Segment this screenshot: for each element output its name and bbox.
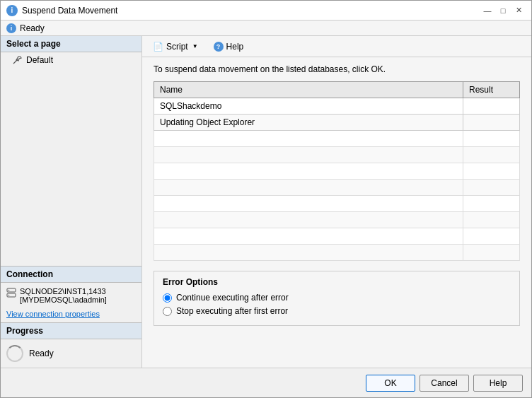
table-cell-name: Updating Object Explorer (154, 115, 463, 131)
radio-input-stop[interactable] (163, 307, 172, 316)
table-row-empty (154, 228, 520, 245)
script-label: Script (166, 42, 188, 52)
window-controls: — □ ✕ (480, 4, 526, 17)
radio-option-stop[interactable]: Stop executing after first error (163, 306, 511, 316)
main-window: i Suspend Data Movement — □ ✕ i Ready Se… (0, 0, 532, 398)
server-icon (6, 288, 16, 299)
script-dropdown-arrow: ▼ (192, 43, 198, 49)
wrench-icon (12, 55, 22, 65)
script-button[interactable]: 📄 Script ▼ (148, 40, 203, 54)
table-row-empty (154, 196, 520, 212)
radio-label-stop: Stop executing after first error (176, 306, 288, 316)
sidebar: Select a page Default Connection (1, 36, 142, 368)
radio-label-continue: Continue executing after error (176, 293, 289, 303)
help-footer-button[interactable]: Help (473, 375, 523, 392)
table-cell-name: SQLShackdemo (154, 98, 463, 115)
main-layout: Select a page Default Connection (1, 36, 531, 368)
table-cell-result (463, 98, 520, 115)
connection-server: SQLNODE2\INST1,1433 (20, 287, 106, 295)
table-row-empty (154, 245, 520, 261)
sidebar-spacer (1, 68, 141, 266)
error-options-title: Error Options (163, 277, 511, 287)
col-result-header: Result (463, 82, 520, 98)
help-button[interactable]: ? Help (209, 40, 249, 54)
connection-header: Connection (1, 266, 141, 283)
table-row: SQLShackdemo (154, 98, 520, 115)
close-button[interactable]: ✕ (511, 4, 526, 17)
progress-header: Progress (1, 322, 141, 339)
table-row-empty (154, 131, 520, 147)
progress-spinner (6, 345, 23, 362)
view-connection-link[interactable]: View connection properties (1, 308, 141, 322)
table-cell-result (463, 115, 520, 131)
script-icon: 📄 (153, 42, 163, 52)
svg-point-2 (8, 290, 10, 291)
maximize-button[interactable]: □ (496, 4, 510, 17)
status-bar: i Ready (1, 21, 531, 36)
instruction-text: To suspend data movement on the listed d… (154, 64, 520, 74)
connection-info: SQLNODE2\INST1,1433 [MYDEMOSQL\adadmin] (1, 283, 141, 308)
table-row-empty (154, 180, 520, 196)
databases-table: Name Result SQLShackdemoUpdating Object … (154, 81, 520, 261)
table-row: Updating Object Explorer (154, 115, 520, 131)
cancel-button[interactable]: Cancel (420, 375, 469, 392)
footer: OK Cancel Help (1, 368, 531, 397)
select-page-header: Select a page (1, 36, 141, 52)
content-body: To suspend data movement on the listed d… (142, 57, 531, 368)
table-row-empty (154, 163, 520, 180)
col-name-header: Name (154, 82, 463, 98)
status-icon: i (6, 23, 16, 33)
table-row-empty (154, 212, 520, 228)
connection-user: [MYDEMOSQL\adadmin] (20, 295, 107, 304)
ok-button[interactable]: OK (366, 375, 415, 392)
error-options-panel: Error Options Continue executing after e… (154, 271, 520, 326)
titlebar: i Suspend Data Movement — □ ✕ (1, 1, 531, 21)
toolbar: 📄 Script ▼ ? Help (142, 36, 531, 57)
radio-option-continue[interactable]: Continue executing after error (163, 293, 511, 303)
table-row-empty (154, 147, 520, 163)
minimize-button[interactable]: — (480, 4, 495, 17)
content-area: 📄 Script ▼ ? Help To suspend data moveme… (142, 36, 531, 368)
help-icon: ? (214, 42, 224, 52)
window-title: Suspend Data Movement (22, 6, 117, 16)
progress-content: Ready (1, 339, 141, 368)
sidebar-item-label-default: Default (26, 55, 53, 65)
titlebar-left: i Suspend Data Movement (6, 5, 117, 16)
help-label: Help (226, 42, 244, 52)
progress-status: Ready (29, 349, 54, 358)
connection-details: SQLNODE2\INST1,1433 [MYDEMOSQL\adadmin] (20, 287, 107, 304)
sidebar-item-default[interactable]: Default (1, 52, 141, 68)
status-text: Ready (20, 23, 45, 33)
svg-point-3 (8, 295, 10, 296)
app-icon: i (6, 5, 18, 16)
radio-input-continue[interactable] (163, 293, 172, 303)
